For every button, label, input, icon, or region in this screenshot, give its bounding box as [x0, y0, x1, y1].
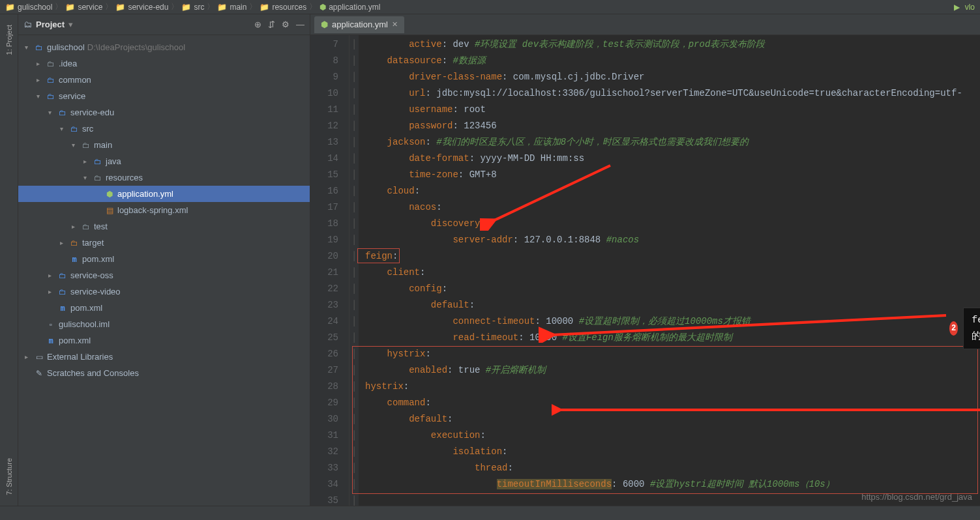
tree-item-service-edu[interactable]: ▾🗀service-edu	[18, 104, 310, 121]
annotation-badge: 2	[949, 321, 958, 336]
editor-area: ⬢ application.yml ✕ 78910111213141516171…	[310, 14, 980, 506]
breadcrumb-item[interactable]: 📁gulischool	[5, 3, 52, 12]
tree-item-logback-spring-xml[interactable]: ▤logback-spring.xml	[18, 202, 310, 218]
chevron-down-icon[interactable]: ▾	[68, 20, 73, 29]
tree-item-pom-xml[interactable]: mpom.xml	[18, 332, 310, 349]
code-editor[interactable]: 7891011121314151617181920212223242526272…	[310, 35, 980, 506]
project-panel: 🗂 Project ▾ ⊕ ⇵ ⚙ — ▾🗀gulischool D:\Idea…	[18, 14, 310, 506]
tree-item-external-libraries[interactable]: ▸▭External Libraries	[18, 349, 310, 365]
tree-item-target[interactable]: ▸🗀target	[18, 235, 310, 251]
breadcrumb-item[interactable]: 📁resources	[260, 3, 306, 12]
tab-application-yml[interactable]: ⬢ application.yml ✕	[314, 16, 404, 33]
tree-item-resources[interactable]: ▾🗀resources	[18, 169, 310, 186]
tree-item-test[interactable]: ▸🗀test	[18, 218, 310, 235]
run-config[interactable]: ▶ vlo	[954, 0, 975, 14]
tree-item-scratches-and-consoles[interactable]: ✎Scratches and Consoles	[18, 365, 310, 381]
tree-item-service-oss[interactable]: ▸🗀service-oss	[18, 267, 310, 283]
tree-item-main[interactable]: ▾🗀main	[18, 137, 310, 153]
tab-label: application.yml	[332, 20, 388, 29]
breadcrumb: 📁gulischool 〉 📁service 〉 📁service-edu 〉 …	[0, 0, 980, 14]
line-gutter: 7891011121314151617181920212223242526272…	[310, 35, 349, 506]
structure-tool-button[interactable]: 7: Structure	[5, 454, 13, 499]
collapse-icon[interactable]: ⇵	[268, 20, 275, 29]
annotation-label: feign的配置	[963, 308, 980, 349]
tree-item-application-yml[interactable]: ⬢application.yml	[18, 186, 310, 202]
project-view-icon: 🗂	[23, 20, 32, 29]
project-tool-button[interactable]: 1: Project	[5, 21, 13, 59]
breadcrumb-item[interactable]: 📁main	[217, 3, 246, 12]
yml-icon: ⬢	[321, 20, 328, 29]
tree-item-gulischool[interactable]: ▾🗀gulischool D:\IdeaProjects\gulischool	[18, 39, 310, 55]
close-icon[interactable]: ✕	[392, 20, 398, 29]
tool-window-bar: 1: Project 7: Structure	[0, 14, 18, 506]
fold-gutter[interactable]: │││││││││││││││││││││││││││││	[349, 35, 359, 506]
tree-item-src[interactable]: ▾🗀src	[18, 121, 310, 137]
tree-item-common[interactable]: ▸🗀common	[18, 72, 310, 88]
code-content[interactable]: active: dev #环境设置 dev表示构建阶段，test表示测试阶段，p…	[359, 35, 980, 506]
tree-item-service-video[interactable]: ▸🗀service-video	[18, 283, 310, 300]
tree-item-pom-xml[interactable]: mpom.xml	[18, 251, 310, 267]
watermark: https://blog.csdn.net/grd_java	[861, 492, 972, 502]
tree-item-service[interactable]: ▾🗀service	[18, 88, 310, 104]
breadcrumb-item[interactable]: 📁service-edu	[115, 3, 168, 12]
tree-item--idea[interactable]: ▸🗀.idea	[18, 55, 310, 72]
project-tree[interactable]: ▾🗀gulischool D:\IdeaProjects\gulischool▸…	[18, 35, 310, 506]
editor-tabs: ⬢ application.yml ✕	[310, 14, 980, 35]
annotation-2: 2 feign的配置	[949, 308, 980, 349]
breadcrumb-item[interactable]: ⬢application.yml	[319, 3, 380, 12]
gear-icon[interactable]: ⚙	[282, 20, 290, 29]
breadcrumb-item[interactable]: 📁service	[65, 3, 102, 12]
tree-item-java[interactable]: ▸🗀java	[18, 153, 310, 169]
status-bar	[0, 506, 980, 520]
target-icon[interactable]: ⊕	[254, 20, 261, 29]
tree-item-pom-xml[interactable]: mpom.xml	[18, 300, 310, 316]
panel-title: Project	[36, 20, 65, 29]
hide-icon[interactable]: —	[296, 20, 304, 29]
breadcrumb-item[interactable]: 📁src	[181, 3, 204, 12]
tree-item-gulischool-iml[interactable]: ▫gulischool.iml	[18, 316, 310, 332]
